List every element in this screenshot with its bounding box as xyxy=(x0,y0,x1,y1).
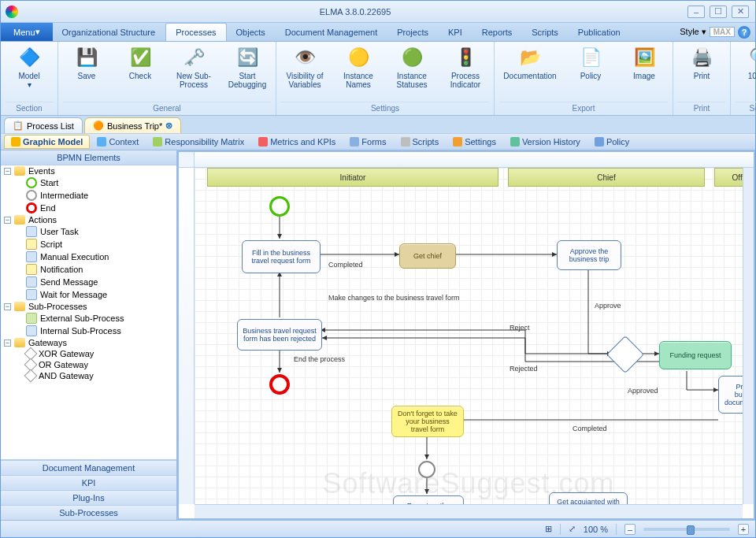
zoom-out-button[interactable]: – xyxy=(624,524,636,535)
zoom-in-button[interactable]: + xyxy=(738,524,749,535)
acc-kpi[interactable]: KPI xyxy=(1,475,176,490)
subtab-metrics[interactable]: Metrics and KPIs xyxy=(251,135,343,149)
tree-item[interactable]: End xyxy=(1,202,176,214)
subtab-policy[interactable]: Policy xyxy=(587,135,636,149)
bpmn-tree[interactable]: −EventsStartIntermediateEnd−ActionsUser … xyxy=(1,165,176,460)
policy-button[interactable]: 📄Policy xyxy=(567,45,614,80)
end-event[interactable] xyxy=(269,374,290,395)
close-tab-icon[interactable]: ⊗ xyxy=(165,121,172,131)
tree-item[interactable]: OR Gateway xyxy=(1,359,176,370)
save-button[interactable]: 💾Save xyxy=(63,45,110,80)
zoom-button[interactable]: 🔍100 %▾ xyxy=(736,45,756,89)
tree-item[interactable]: Internal Sub-Process xyxy=(1,325,176,337)
node-get-acq[interactable]: Get acquianted with the business trip re… xyxy=(549,492,628,504)
tree-folder[interactable]: −Events xyxy=(1,165,176,176)
max-toggle[interactable]: MAX xyxy=(710,27,735,37)
version-icon xyxy=(510,137,520,147)
tree-item[interactable]: Send Message xyxy=(1,276,176,288)
process-indicator-button[interactable]: 🚦Process Indicator xyxy=(442,45,489,89)
collapse-icon[interactable]: − xyxy=(4,339,11,347)
tree-item[interactable]: XOR Gateway xyxy=(1,348,176,359)
lane-office[interactable]: Office manage xyxy=(714,168,743,187)
image-icon: 🖼️ xyxy=(632,45,657,70)
new-subprocess-button[interactable]: 🗝️New Sub-Process xyxy=(170,45,217,89)
zoom-slider[interactable] xyxy=(643,528,730,531)
tree-item[interactable]: Intermediate xyxy=(1,189,176,202)
subtab-context[interactable]: Context xyxy=(90,135,146,149)
tab-doc-mgmt[interactable]: Document Management xyxy=(276,23,387,41)
instance-names-button[interactable]: 🟡Instance Names xyxy=(335,45,382,89)
node-get-chief[interactable]: Get chief xyxy=(399,243,456,269)
tab-reports[interactable]: Reports xyxy=(472,23,523,41)
tree-folder[interactable]: −Gateways xyxy=(1,337,176,348)
grid-icon[interactable]: ⊞ xyxy=(545,524,552,534)
subtab-version[interactable]: Version History xyxy=(503,135,587,149)
zoom-fit-icon[interactable]: ⤢ xyxy=(569,524,576,534)
watermark: SoftwareSuggest.com xyxy=(195,467,743,500)
visibility-vars-button[interactable]: 👁️Visibility of Variables xyxy=(281,45,328,89)
menu-button[interactable]: Menu ▾ xyxy=(1,23,53,41)
style-dropdown[interactable]: Style ▾ xyxy=(680,27,706,37)
image-button[interactable]: 🖼️Image xyxy=(621,45,668,80)
close-button[interactable]: ✕ xyxy=(732,6,749,18)
tab-processes[interactable]: Processes xyxy=(165,23,226,41)
box-y-icon xyxy=(26,264,37,275)
node-fill-form[interactable]: Fill in the business travel request form xyxy=(242,240,321,273)
gateway-approve[interactable] xyxy=(606,336,644,373)
minimize-button[interactable]: – xyxy=(687,6,705,18)
tree-folder[interactable]: −Actions xyxy=(1,214,176,225)
tree-folder[interactable]: −Sub-Processes xyxy=(1,301,176,312)
tab-scripts[interactable]: Scripts xyxy=(522,23,569,41)
documentation-button[interactable]: 📂Documentation xyxy=(499,45,561,80)
doctab-process-list[interactable]: 📋Process List xyxy=(4,117,83,133)
help-icon[interactable]: ? xyxy=(738,26,750,39)
diagram-canvas[interactable]: Initiator Chief Office manage xyxy=(195,168,743,504)
node-rejected-form[interactable]: Business travel request form has been re… xyxy=(237,319,322,351)
node-approve-trip[interactable]: Approve the business trip xyxy=(557,240,621,270)
collapse-icon[interactable]: − xyxy=(4,168,11,175)
acc-doc-mgmt[interactable]: Document Management xyxy=(1,460,176,475)
tree-item[interactable]: Script xyxy=(1,238,176,250)
tree-item[interactable]: User Task xyxy=(1,225,176,238)
tab-objects[interactable]: Objects xyxy=(227,23,276,41)
acc-subprocesses[interactable]: Sub-Processes xyxy=(1,505,176,520)
sidebar-title: BPMN Elements xyxy=(1,150,176,165)
check-button[interactable]: ✅Check xyxy=(117,45,164,80)
start-event[interactable] xyxy=(269,196,290,217)
tab-kpi[interactable]: KPI xyxy=(439,23,472,41)
tree-item[interactable]: AND Gateway xyxy=(1,370,176,381)
tab-publication[interactable]: Publication xyxy=(569,23,631,41)
subtab-responsibility[interactable]: Responsibility Matrix xyxy=(146,135,251,149)
timer-event[interactable] xyxy=(418,461,435,478)
node-report[interactable]: Report on the business trip xyxy=(393,495,464,504)
lane-initiator[interactable]: Initiator xyxy=(207,168,498,187)
subtab-settings[interactable]: Settings xyxy=(446,135,503,149)
tree-item[interactable]: External Sub-Process xyxy=(1,312,176,325)
tab-org-structure[interactable]: Organizational Structure xyxy=(53,23,166,41)
collapse-icon[interactable]: − xyxy=(4,217,11,224)
subtab-forms[interactable]: Forms xyxy=(343,135,393,149)
model-button[interactable]: 🔷Model▾ xyxy=(6,45,53,89)
node-dont-forget[interactable]: Don't forget to take your business trave… xyxy=(391,406,464,437)
collapse-icon[interactable]: − xyxy=(4,303,11,310)
maximize-button[interactable]: ☐ xyxy=(710,6,727,18)
node-prepare-pkg[interactable]: Prepare the business trip document packa… xyxy=(718,376,743,414)
lane-chief[interactable]: Chief xyxy=(508,168,705,187)
box-b-icon xyxy=(26,276,37,288)
doctab-business-trip[interactable]: 🟠Business Trip* ⊗ xyxy=(84,117,181,133)
tree-item[interactable]: Start xyxy=(1,176,176,189)
start-debugging-button[interactable]: 🔄Start Debugging xyxy=(224,45,271,89)
tab-projects[interactable]: Projects xyxy=(387,23,439,41)
status-zoom: 100 % xyxy=(584,525,608,534)
tree-item[interactable]: Wait for Message xyxy=(1,288,176,301)
tree-item[interactable]: Manual Execution xyxy=(1,250,176,263)
print-button[interactable]: 🖨️Print xyxy=(678,45,725,80)
node-funding[interactable]: Funding request xyxy=(659,341,732,369)
vertical-scrollbar[interactable] xyxy=(743,168,754,504)
subtab-scripts[interactable]: Scripts xyxy=(394,135,447,149)
instance-statuses-button[interactable]: 🟢Instance Statuses xyxy=(388,45,435,89)
horizontal-scrollbar[interactable] xyxy=(195,504,743,518)
tree-item[interactable]: Notification xyxy=(1,263,176,276)
subtab-graphic-model[interactable]: Graphic Model xyxy=(4,135,90,149)
acc-plugins[interactable]: Plug-Ins xyxy=(1,490,176,505)
